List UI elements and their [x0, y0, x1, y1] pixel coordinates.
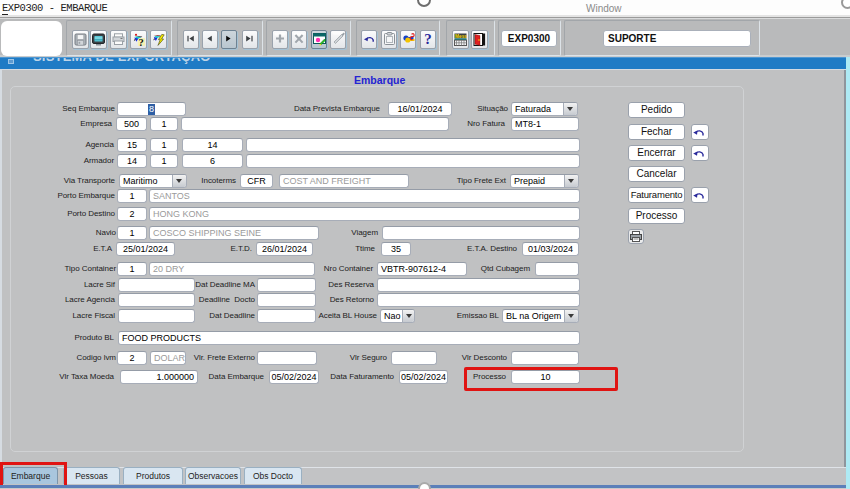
- svg-text:Mess: Mess: [455, 34, 467, 39]
- svg-text:?: ?: [139, 37, 144, 46]
